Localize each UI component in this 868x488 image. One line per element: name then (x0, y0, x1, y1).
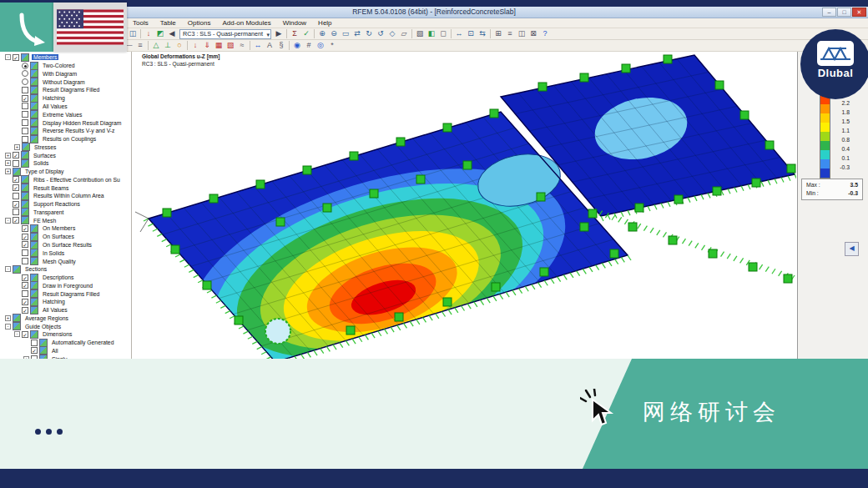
tree-item-label[interactable]: Results on Couplings (41, 136, 98, 142)
isometric-view-icon[interactable]: ◇ (386, 28, 398, 39)
next-load-case-icon[interactable]: ▶ (273, 28, 285, 39)
tree-item-label[interactable]: Results Within Column Area (32, 193, 106, 199)
chevron-down-icon[interactable]: ▾ (266, 31, 270, 38)
expand-toggle[interactable]: + (5, 160, 11, 166)
graphic-printout-icon[interactable]: ◫ (127, 28, 139, 39)
tree-item-support-reactions[interactable]: ✓Support Reactions (0, 200, 131, 209)
drawing-canvas[interactable]: Global Deformations u-Z [mm] RC3 : SLS -… (132, 52, 797, 363)
tree-item-label[interactable]: Result Diagrams Filled (41, 291, 101, 297)
area-load-icon[interactable]: ▦ (213, 40, 225, 51)
tree-item-extreme-values[interactable]: Extreme Values (0, 110, 131, 118)
tree-item-hatching[interactable]: ✓Hatching (0, 94, 131, 103)
radio-button[interactable] (22, 63, 28, 69)
checkbox[interactable]: ✓ (31, 347, 38, 354)
tree-item-label[interactable]: Result Beams (32, 185, 70, 191)
checkbox[interactable]: ✓ (13, 217, 19, 224)
rib-icon[interactable]: ≡ (134, 40, 146, 51)
tree-item-label[interactable]: Extreme Values (41, 112, 83, 118)
checkbox[interactable]: ✓ (22, 241, 28, 248)
section-cut-icon[interactable]: § (275, 40, 287, 51)
tree-item-display-hidden-result-diagram[interactable]: Display Hidden Result Diagram (0, 118, 131, 127)
expand-toggle[interactable]: - (5, 266, 11, 272)
minimize-button[interactable]: – (822, 8, 836, 17)
menu-item-help[interactable]: Help (312, 19, 337, 27)
menu-item-add-on-modules[interactable]: Add-on Modules (216, 19, 276, 27)
nodal-load-icon[interactable]: ↓ (189, 40, 201, 51)
tree-item-label[interactable]: Solids (32, 160, 51, 166)
tree-item-label[interactable]: Automatically Generated (50, 340, 115, 345)
tree-item-label[interactable]: All (50, 348, 60, 354)
checkbox[interactable]: ✓ (22, 282, 28, 289)
checkbox[interactable] (22, 119, 28, 126)
expand-toggle[interactable]: + (14, 144, 20, 150)
checkbox[interactable]: ✓ (22, 274, 28, 281)
measure-icon[interactable]: ◎ (315, 40, 326, 51)
checkbox[interactable] (22, 103, 28, 109)
tree-item-label[interactable]: Result Diagrams Filled (41, 87, 101, 93)
close-button[interactable]: ✕ (852, 8, 866, 17)
tree-item-label[interactable]: Display Hidden Result Diagram (41, 120, 123, 126)
mirror-object-icon[interactable]: ⇆ (477, 28, 488, 39)
tree-item-results-on-couplings[interactable]: Results on Couplings (0, 135, 131, 143)
load-case-combo[interactable]: RC3 : SLS - Quasi-permanent ▾ (179, 29, 271, 39)
maximize-button[interactable]: □ (837, 8, 851, 17)
tree-item-label[interactable]: In Solids (41, 250, 66, 256)
tree-item-label[interactable]: On Surfaces (41, 234, 76, 239)
tree-item-label[interactable]: Sections (23, 266, 48, 272)
tree-item-label[interactable]: All Values (41, 307, 69, 313)
tree-item-sections[interactable]: -Sections (0, 265, 131, 274)
tree-item-fe-mesh[interactable]: -✓FE Mesh (0, 216, 131, 224)
rotate-view-icon[interactable]: ↻ (363, 28, 375, 39)
tree-item-in-solids[interactable]: In Solids (0, 249, 131, 257)
tree-item-label[interactable]: Hatching (41, 95, 67, 101)
full-screen-icon[interactable]: ⊠ (527, 28, 539, 39)
tree-item-dimensions[interactable]: -✓Dimensions (0, 330, 131, 339)
tree-item-guide-objects[interactable]: -Guide Objects (0, 322, 131, 330)
tree-item-label[interactable]: Ribs - Effective Contribution on Su (32, 177, 122, 183)
tree-item-label[interactable]: Members (32, 54, 58, 60)
checkbox[interactable] (22, 290, 28, 297)
tree-item-ribs-effective-contribution-on-su[interactable]: ✓Ribs - Effective Contribution on Su (0, 175, 131, 184)
tree-item-result-diagrams-filled[interactable]: Result Diagrams Filled (0, 289, 131, 298)
visibility-icon[interactable]: ◉ (291, 40, 303, 51)
tree-item-label[interactable]: Dimensions (41, 331, 74, 337)
renumber-icon[interactable]: # (303, 40, 315, 51)
checkbox[interactable] (22, 249, 28, 256)
checkbox[interactable] (13, 209, 19, 215)
tree-item-surfaces[interactable]: +✓Surfaces (0, 151, 131, 159)
zoom-in-icon[interactable]: ⊕ (316, 28, 328, 39)
checkbox[interactable]: ✓ (22, 331, 28, 338)
show-results-icon[interactable]: ◩ (154, 28, 166, 39)
tree-item-label[interactable]: With Diagram (41, 71, 78, 77)
expand-toggle[interactable]: - (14, 331, 20, 337)
tree-item-with-diagram[interactable]: With Diagram (0, 70, 131, 78)
tree-item-mesh-quality[interactable]: Mesh Quality (0, 257, 131, 265)
display-properties-icon[interactable]: ▧ (414, 28, 426, 39)
checkbox[interactable] (31, 340, 38, 346)
menu-item-tools[interactable]: Tools (127, 19, 154, 27)
checkbox[interactable] (22, 87, 28, 93)
checkbox[interactable] (13, 193, 19, 199)
imperfection-icon[interactable]: ≈ (236, 40, 248, 51)
expand-toggle[interactable]: + (5, 153, 11, 158)
tree-item-all-values[interactable]: All Values (0, 103, 131, 111)
view-plane-icon[interactable]: ▱ (398, 28, 410, 39)
expand-toggle[interactable]: + (5, 315, 11, 321)
menu-item-table[interactable]: Table (154, 19, 182, 27)
tree-item-reverse-results-v-y-and-v-z[interactable]: Reverse Results V-y and V-z (0, 127, 131, 135)
checkbox[interactable]: ✓ (13, 54, 19, 61)
guidelines-icon[interactable]: ≡ (504, 28, 516, 39)
tree-item-label[interactable]: Reverse Results V-y and V-z (41, 128, 117, 133)
tree-item-transparent[interactable]: Transparent (0, 209, 131, 217)
tree-item-results-within-column-area[interactable]: Results Within Column Area (0, 192, 131, 200)
tree-item-label[interactable]: Stresses (33, 144, 58, 150)
free-load-icon[interactable]: ▧ (225, 40, 236, 51)
render-model-icon[interactable]: ◧ (426, 28, 437, 39)
checkbox[interactable]: ✓ (22, 95, 28, 102)
show-loads-icon[interactable]: ↓ (143, 28, 154, 39)
tree-item-type-of-display[interactable]: +Type of Display (0, 168, 131, 176)
tree-item-members[interactable]: -✓Members (0, 53, 131, 62)
checkbox[interactable] (22, 111, 28, 118)
checkbox[interactable]: ✓ (22, 307, 28, 314)
checkbox[interactable]: ✓ (13, 184, 19, 191)
